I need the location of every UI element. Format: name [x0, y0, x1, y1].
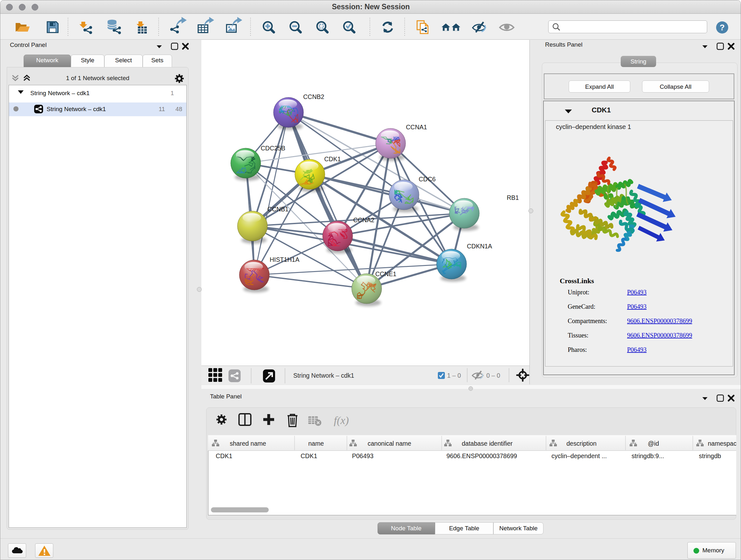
svg-text:CCNB1: CCNB1 — [267, 206, 288, 212]
svg-text:String Network – cdk1: String Network – cdk1 — [293, 372, 354, 379]
svg-text:CDKN1A: CDKN1A — [467, 243, 492, 250]
svg-text:CDK1: CDK1 — [324, 155, 341, 163]
svg-text:RB1: RB1 — [507, 194, 519, 201]
svg-text:CDC25B: CDC25B — [261, 145, 285, 152]
svg-text:stringdb: stringdb — [699, 452, 721, 459]
svg-text:canonical name: canonical name — [367, 440, 411, 447]
svg-text:CCNA2: CCNA2 — [353, 216, 374, 224]
svg-text:CCNB2: CCNB2 — [303, 93, 324, 100]
svg-text:P06493: P06493 — [352, 452, 374, 459]
svg-text:stringdb:9...: stringdb:9... — [631, 452, 664, 459]
svg-text:CDC6: CDC6 — [419, 176, 435, 183]
svg-text:f(x): f(x) — [334, 415, 349, 427]
svg-text:HIST1H1A: HIST1H1A — [270, 256, 299, 263]
svg-text:@id: @id — [648, 440, 659, 447]
svg-text:database identifier: database identifier — [462, 440, 513, 447]
svg-text:1 – 0: 1 – 0 — [447, 372, 461, 379]
svg-text:cyclin–dependent ...: cyclin–dependent ... — [551, 452, 607, 459]
svg-text:shared name: shared name — [230, 440, 266, 447]
svg-text:CDK1: CDK1 — [216, 452, 232, 459]
svg-text:CCNA1: CCNA1 — [406, 124, 427, 131]
svg-text:namespac: namespac — [708, 440, 736, 447]
svg-text:CCNE1: CCNE1 — [375, 270, 396, 277]
svg-text:CDK1: CDK1 — [300, 452, 317, 459]
svg-text:0 – 0: 0 – 0 — [486, 372, 500, 379]
svg-text:9606.ENSP00000378699: 9606.ENSP00000378699 — [447, 452, 517, 459]
svg-text:description: description — [566, 440, 596, 447]
svg-text:name: name — [308, 440, 324, 447]
